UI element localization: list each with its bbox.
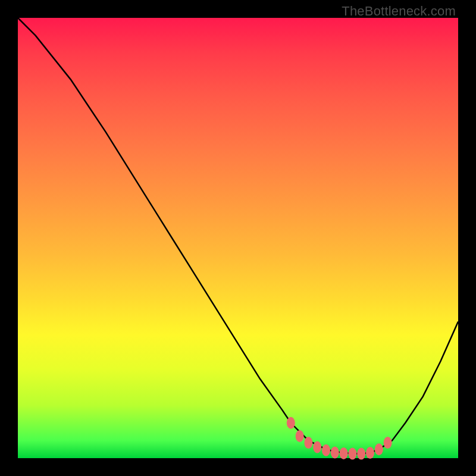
marker-dot xyxy=(313,441,321,453)
marker-dot xyxy=(287,417,295,429)
marker-dot xyxy=(340,447,348,459)
watermark-text: TheBottleneck.com xyxy=(342,4,456,19)
marker-dot xyxy=(366,447,374,459)
marker-dot xyxy=(384,437,392,449)
chart-frame: TheBottleneck.com xyxy=(0,0,476,476)
plot-area xyxy=(18,18,458,458)
marker-dot xyxy=(375,443,383,455)
marker-dot xyxy=(357,448,365,460)
marker-dot xyxy=(296,430,304,442)
marker-dot xyxy=(304,437,312,449)
marker-dot xyxy=(331,446,339,458)
marker-dot xyxy=(322,444,330,456)
flat-bottom-markers xyxy=(287,417,392,460)
bottleneck-curve xyxy=(18,18,458,454)
marker-dot xyxy=(348,448,356,460)
curve-svg xyxy=(18,18,458,458)
